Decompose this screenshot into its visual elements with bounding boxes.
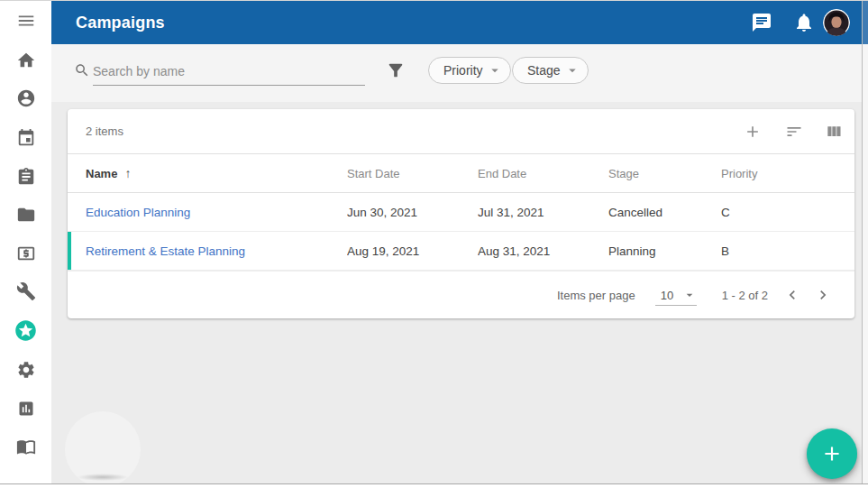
items-per-page-select[interactable]: 10 xyxy=(655,284,697,306)
pagination-range: 1 - 2 of 2 xyxy=(722,289,768,302)
sidebar-item-documents[interactable] xyxy=(13,201,40,228)
chevron-right-icon xyxy=(814,286,832,304)
end-date-cell: Jul 31, 2021 xyxy=(478,193,604,232)
add-icon xyxy=(744,123,762,141)
next-page-button[interactable] xyxy=(808,280,838,310)
sidebar-item-tasks[interactable] xyxy=(13,163,40,190)
menu-icon xyxy=(16,11,36,31)
chat-button[interactable] xyxy=(751,12,772,33)
chevron-down-icon xyxy=(682,288,697,302)
sidebar-item-reports[interactable] xyxy=(13,395,40,422)
create-campaign-fab[interactable] xyxy=(807,428,857,479)
sidebar-item-campaigns-active[interactable] xyxy=(13,317,40,344)
stage-filter-chip[interactable]: Stage xyxy=(512,57,589,84)
search-icon xyxy=(74,62,90,82)
priority-chip-label: Priority xyxy=(443,63,483,78)
campaigns-app: Campaigns Priority xyxy=(0,0,868,488)
user-avatar[interactable] xyxy=(823,9,850,36)
chevron-left-icon xyxy=(783,286,801,304)
notifications-button[interactable] xyxy=(793,12,815,33)
sort-ascending-arrow: ↑ xyxy=(124,166,131,180)
column-header-name[interactable]: Name↑ xyxy=(86,154,343,193)
start-date-cell: Aug 19, 2021 xyxy=(347,232,473,271)
columns-icon xyxy=(825,123,843,141)
plus-icon xyxy=(820,442,844,465)
clipboard-icon xyxy=(16,167,36,187)
filter-button[interactable] xyxy=(386,60,411,86)
sort-button[interactable] xyxy=(784,122,804,142)
campaign-name-link[interactable]: Retirement & Estate Planning xyxy=(86,232,343,271)
search-input[interactable] xyxy=(93,57,365,86)
table-row[interactable]: Education Planning Jun 30, 2021 Jul 31, … xyxy=(68,193,854,232)
priority-cell: B xyxy=(721,232,838,271)
sidebar-item-calendar[interactable] xyxy=(13,124,40,152)
sort-icon xyxy=(785,123,803,141)
window-bottom-edge xyxy=(0,483,868,488)
row-highlight-bar xyxy=(68,232,71,270)
column-header-priority[interactable]: Priority xyxy=(721,154,838,193)
money-icon xyxy=(16,244,36,263)
sidebar-item-library[interactable] xyxy=(13,433,40,460)
stage-chip-label: Stage xyxy=(527,63,561,78)
sidebar-item-settings[interactable] xyxy=(13,356,40,383)
chat-icon xyxy=(751,12,772,33)
stage-cell: Cancelled xyxy=(608,193,717,232)
book-icon xyxy=(16,437,36,456)
ghost-fab-shadow xyxy=(77,474,129,481)
avatar-image xyxy=(823,9,850,36)
filter-funnel-icon xyxy=(386,60,406,80)
calendar-icon xyxy=(16,128,36,148)
bar-chart-icon xyxy=(17,400,35,418)
columns-button[interactable] xyxy=(824,122,844,142)
gear-icon xyxy=(16,360,36,380)
add-record-button[interactable] xyxy=(743,122,763,142)
window-right-edge xyxy=(862,1,868,483)
campaign-name-link[interactable]: Education Planning xyxy=(86,193,343,232)
chevron-down-icon xyxy=(564,62,580,78)
page-title: Campaigns xyxy=(76,1,165,44)
column-header-start-date[interactable]: Start Date xyxy=(347,154,473,193)
chevron-down-icon xyxy=(487,62,503,78)
column-header-end-date[interactable]: End Date xyxy=(478,154,604,193)
sidebar-item-tools[interactable] xyxy=(13,278,40,305)
priority-filter-chip[interactable]: Priority xyxy=(428,57,511,84)
person-icon xyxy=(16,88,36,108)
items-count: 2 items xyxy=(86,109,123,154)
start-date-cell: Jun 30, 2021 xyxy=(347,193,473,232)
items-per-page-value: 10 xyxy=(661,289,673,302)
sidebar xyxy=(0,1,51,483)
items-per-page-label: Items per page xyxy=(557,289,635,302)
top-bar: Campaigns xyxy=(51,1,863,44)
column-header-stage[interactable]: Stage xyxy=(608,154,717,193)
table-toolbar: 2 items xyxy=(68,109,854,154)
home-icon xyxy=(16,51,36,70)
priority-cell: C xyxy=(721,193,838,232)
window-right-edge-header xyxy=(863,1,868,44)
campaigns-table-card: 2 items Name↑ Start Date End Date Stage … xyxy=(68,109,854,318)
notifications-bell-icon xyxy=(793,12,815,33)
table-row[interactable]: Retirement & Estate Planning Aug 19, 202… xyxy=(68,232,854,271)
sidebar-item-contacts[interactable] xyxy=(13,85,40,112)
star-circle-icon xyxy=(14,318,38,343)
pagination-bar: Items per page 10 1 - 2 of 2 xyxy=(68,271,854,318)
previous-page-button[interactable] xyxy=(777,280,808,310)
filter-bar: Priority Stage xyxy=(51,44,863,102)
sidebar-item-finance[interactable] xyxy=(13,240,40,267)
table-header-row: Name↑ Start Date End Date Stage Priority xyxy=(68,154,854,193)
stage-cell: Planning xyxy=(608,232,717,271)
end-date-cell: Aug 31, 2021 xyxy=(478,232,604,271)
menu-button[interactable] xyxy=(13,7,40,34)
wrench-icon xyxy=(16,281,36,301)
folder-icon xyxy=(16,205,36,225)
sidebar-item-home[interactable] xyxy=(13,47,40,74)
